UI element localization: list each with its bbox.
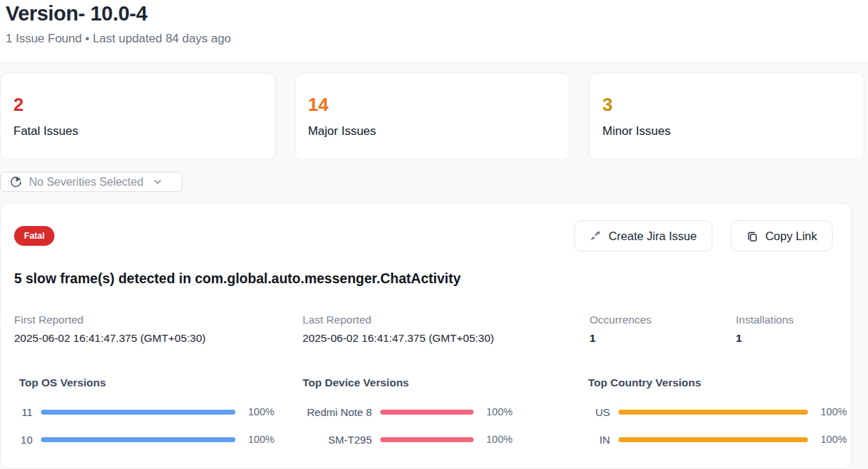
stats-row: 2 Fatal Issues 14 Major Issues 3 Minor I… <box>0 63 868 160</box>
fatal-label: Fatal Issues <box>13 124 262 138</box>
bar-percent: 100% <box>821 406 847 417</box>
chart-title: Top OS Versions <box>14 376 303 389</box>
jira-icon <box>590 230 602 242</box>
copy-link-button[interactable]: Copy Link <box>731 220 833 251</box>
bar-label: 11 <box>14 406 33 418</box>
bar <box>41 437 235 442</box>
bar <box>618 410 808 415</box>
chart-row: 11 100% <box>14 405 303 419</box>
bar-percent: 100% <box>821 434 847 445</box>
severity-badge: Fatal <box>14 226 54 247</box>
stat-card-major: 14 Major Issues <box>295 73 570 160</box>
bar-label: 10 <box>14 434 33 446</box>
chart-title: Top Country Versions <box>588 376 847 389</box>
bar <box>380 437 474 442</box>
major-count: 14 <box>308 95 557 114</box>
occurrences-label: Occurrences <box>590 314 736 326</box>
issue-charts: Top OS Versions 11 100% 10 100% Top Devi… <box>14 376 838 446</box>
severity-filter-label: No Severities Selected <box>29 176 143 189</box>
last-reported-label: Last Reported <box>303 314 590 326</box>
page-subtitle: 1 Issue Found • Last updated 84 days ago <box>6 32 868 46</box>
copy-link-label: Copy Link <box>766 230 817 243</box>
bar-percent: 100% <box>248 406 274 417</box>
chart-row: Redmi Note 8 100% <box>303 405 588 419</box>
occurrences-value: 1 <box>590 332 736 345</box>
bar <box>41 410 235 415</box>
last-reported-value: 2025-06-02 16:41:47.375 (GMT+05:30) <box>303 332 590 345</box>
stat-card-fatal: 2 Fatal Issues <box>0 73 276 160</box>
bar-label: Redmi Note 8 <box>303 406 372 418</box>
chart-title: Top Device Versions <box>303 376 588 389</box>
top-country-versions-chart: Top Country Versions US 100% IN 100% <box>588 376 847 446</box>
bar-percent: 100% <box>486 406 512 417</box>
bar-label: US <box>588 406 610 418</box>
bar-percent: 100% <box>248 434 274 445</box>
installations-value: 1 <box>736 332 838 345</box>
bar-percent: 100% <box>486 434 512 445</box>
major-label: Major Issues <box>308 124 557 138</box>
issue-meta: First Reported 2025-06-02 16:41:47.375 (… <box>14 314 838 345</box>
issue-card: Fatal Create Jira Issue Copy Link 5 slow… <box>0 203 852 469</box>
bar <box>380 410 474 415</box>
chevron-down-icon <box>153 179 162 185</box>
first-reported-value: 2025-06-02 16:41:47.375 (GMT+05:30) <box>14 332 303 345</box>
minor-label: Minor Issues <box>602 124 851 138</box>
meta-first-reported: First Reported 2025-06-02 16:41:47.375 (… <box>14 314 303 345</box>
issue-title: 5 slow frame(s) detected in com.global.a… <box>14 271 838 287</box>
chart-row: SM-T295 100% <box>303 432 588 446</box>
chart-row: IN 100% <box>588 432 847 446</box>
chart-row: 10 100% <box>14 432 303 446</box>
first-reported-label: First Reported <box>14 314 303 326</box>
top-device-versions-chart: Top Device Versions Redmi Note 8 100% SM… <box>303 376 588 446</box>
copy-icon <box>746 230 758 242</box>
meta-installations: Installations 1 <box>736 314 838 345</box>
bar <box>618 437 808 442</box>
bar-label: IN <box>588 434 610 446</box>
meta-occurrences: Occurrences 1 <box>590 314 736 345</box>
page-header: Version- 10.0-4 1 Issue Found • Last upd… <box>0 0 868 63</box>
top-os-versions-chart: Top OS Versions 11 100% 10 100% <box>14 376 303 446</box>
minor-count: 3 <box>602 95 851 114</box>
page-title: Version- 10.0-4 <box>6 2 868 25</box>
bar-label: SM-T295 <box>303 434 372 446</box>
create-jira-issue-button[interactable]: Create Jira Issue <box>574 220 712 251</box>
create-jira-issue-label: Create Jira Issue <box>609 230 697 243</box>
stat-card-minor: 3 Minor Issues <box>589 73 864 160</box>
severity-filter-dropdown[interactable]: No Severities Selected <box>0 172 182 192</box>
issue-header-row: Fatal Create Jira Issue Copy Link <box>14 220 838 251</box>
issue-actions: Create Jira Issue Copy Link <box>574 220 838 251</box>
installations-label: Installations <box>736 314 838 326</box>
meta-last-reported: Last Reported 2025-06-02 16:41:47.375 (G… <box>303 314 590 345</box>
severity-gauge-icon <box>10 176 22 188</box>
fatal-count: 2 <box>13 95 262 114</box>
chart-row: US 100% <box>588 405 847 419</box>
